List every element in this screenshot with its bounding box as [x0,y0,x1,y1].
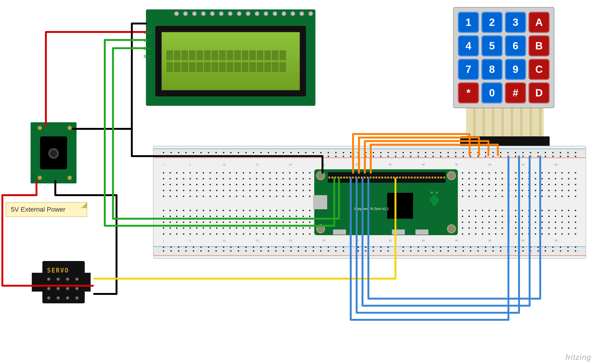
power-note-text: 5V External Power [11,206,66,213]
keypad-key-8[interactable]: 8 [481,59,503,80]
svg-point-3 [432,195,436,199]
power-note: 5V External Power [6,202,87,217]
lcd-bezel: for(let i=0;i<16;i++)document.write('<di… [155,26,306,96]
dc-power-jack [31,122,76,183]
lcd-pin-gnd: GND [144,30,152,35]
keypad-key-0[interactable]: 0 [481,82,503,103]
servo-motor: SERVO [28,247,89,308]
fritzing-credit: fritzing [565,353,591,362]
keypad-key-C[interactable]: C [529,59,550,80]
lcd-pin-sda: SDA [144,47,152,51]
keypad-key-6[interactable]: 6 [505,35,526,56]
keypad-key-7[interactable]: 7 [458,59,479,80]
lcd-pin-header: for(let i=0;i<16;i++)document.write('<di… [174,11,313,16]
keypad-key-3[interactable]: 3 [505,12,526,33]
keypad-key-5[interactable]: 5 [481,35,503,56]
keypad-key-A[interactable]: A [529,12,550,33]
keypad-key-D[interactable]: D [529,82,550,103]
keypad-key-B[interactable]: B [529,35,550,56]
keypad-key-2[interactable]: 2 [481,12,503,33]
pi-logo-icon [427,190,448,214]
pi-gpio-header [328,172,446,183]
svg-point-2 [432,201,437,206]
wire-gnd-lcd-to-jack [73,23,146,129]
keypad-key-1[interactable]: 1 [458,12,479,33]
wire-vcc-to-lcd [46,32,146,126]
keypad-key-9[interactable]: 9 [505,59,526,80]
barrel-jack [40,136,67,169]
keypad-key-4[interactable]: 4 [458,35,479,56]
keypad-key-*[interactable]: * [458,82,479,103]
keypad-ribbon-cable [466,108,544,136]
lcd-i2c-labels: GND VCC SDA SCL [144,30,152,59]
pi-usb-port [392,230,405,235]
pi-soc-chip [387,193,413,219]
raspberry-pi-zero: Raspberry Pi Zero V1.2 [314,169,458,235]
pi-sd-slot [313,195,327,209]
pi-hdmi-port [333,230,346,235]
fritzing-diagram: for(let i=0;i<16;i++)document.write('<di… [0,0,596,364]
lcd-pin-scl: SCL [144,55,152,59]
lcd-pin-vcc: VCC [144,39,152,43]
pi-power-port [416,230,428,235]
lcd-module: for(let i=0;i<16;i++)document.write('<di… [146,9,315,106]
lcd-screen: for(let i=0;i<16;i++)document.write('<di… [161,32,300,91]
pi-label: Raspberry Pi Zero V1.2 [354,207,389,211]
keypad-4x4: 123A456B789C*0#D [453,7,554,108]
keypad-key-#[interactable]: # [505,82,526,103]
servo-label: SERVO [47,267,69,274]
